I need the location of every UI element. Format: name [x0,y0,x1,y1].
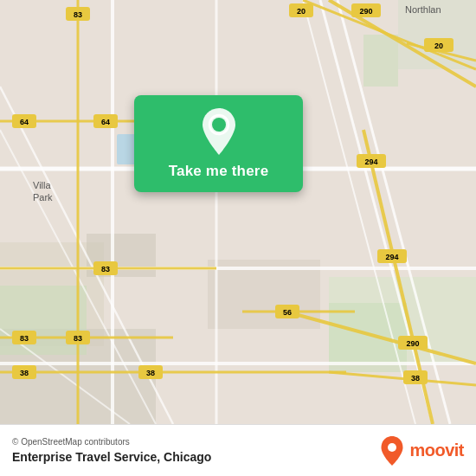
svg-text:Park: Park [33,192,53,203]
svg-text:83: 83 [101,265,110,273]
svg-point-69 [212,118,226,132]
svg-text:64: 64 [20,118,29,126]
svg-rect-8 [363,35,398,87]
svg-text:83: 83 [20,334,29,343]
svg-text:294: 294 [385,253,398,261]
svg-text:64: 64 [101,118,110,126]
copyright-text: © OpenStreetMap contributors [12,437,211,447]
moovit-text: moovit [409,441,464,460]
svg-text:20: 20 [297,7,306,16]
place-name: Enterprise Travel Service, Chicago [12,450,211,464]
location-pin-icon [198,111,240,152]
svg-text:38: 38 [146,369,155,377]
take-me-there-button[interactable]: Take me there [169,163,269,180]
bottom-left-info: © OpenStreetMap contributors Enterprise … [12,437,211,464]
svg-text:294: 294 [364,158,377,166]
svg-text:20: 20 [434,42,443,50]
svg-point-71 [388,443,396,452]
svg-text:290: 290 [406,339,419,348]
svg-text:83: 83 [74,10,82,19]
svg-text:56: 56 [283,308,292,317]
moovit-pin-icon [380,436,404,466]
moovit-logo: moovit [380,436,464,466]
bottom-bar: © OpenStreetMap contributors Enterprise … [0,424,476,476]
svg-text:83: 83 [74,334,82,343]
location-card[interactable]: Take me there [134,95,303,192]
map-container: 83 64 64 83 83 83 38 38 56 20 20 29 [0,0,476,424]
svg-text:Northlan: Northlan [405,4,441,15]
svg-text:290: 290 [359,7,372,16]
svg-text:Villa: Villa [33,180,51,190]
svg-text:38: 38 [20,369,29,377]
svg-text:38: 38 [411,374,420,383]
